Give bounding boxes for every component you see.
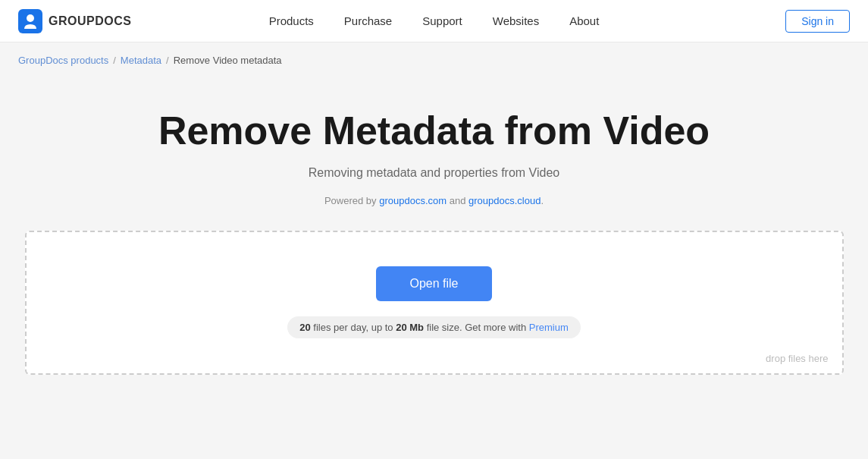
limit-count: 20 — [299, 322, 310, 333]
main-nav: Products Purchase Support Websites About — [269, 14, 600, 27]
file-limit-badge: 20 files per day, up to 20 Mb file size.… — [287, 316, 581, 338]
limit-text2: file size. Get more with — [424, 322, 529, 333]
groupdocs-logo-icon — [18, 9, 42, 33]
breadcrumb-item-products[interactable]: GroupDocs products — [18, 55, 108, 66]
nav-about[interactable]: About — [569, 14, 599, 27]
powered-and: and — [447, 195, 468, 206]
page-subtitle: Removing metadata and properties from Vi… — [309, 166, 559, 180]
limit-size: 20 Mb — [396, 322, 424, 333]
breadcrumb-item-metadata[interactable]: Metadata — [121, 55, 161, 66]
drop-zone[interactable]: Open file 20 files per day, up to 20 Mb … — [25, 231, 844, 375]
svg-point-1 — [27, 14, 34, 22]
nav-support[interactable]: Support — [422, 14, 462, 27]
breadcrumb-separator-2: / — [166, 55, 169, 66]
logo[interactable]: GROUPDOCS — [18, 9, 131, 33]
breadcrumb-current: Remove Video metadata — [174, 55, 282, 66]
signin-button[interactable]: Sign in — [785, 10, 850, 33]
page-title: Remove Metadata from Video — [158, 108, 710, 154]
powered-by-text: Powered by groupdocs.com and groupdocs.c… — [324, 195, 544, 206]
premium-link[interactable]: Premium — [529, 322, 569, 333]
logo-text: GROUPDOCS — [49, 14, 131, 28]
main-content: Remove Metadata from Video Removing meta… — [0, 78, 868, 375]
limit-text1: files per day, up to — [311, 322, 396, 333]
powered-prefix: Powered by — [324, 195, 379, 206]
groupdocs-cloud-link[interactable]: groupdocs.cloud — [468, 195, 541, 206]
open-file-button[interactable]: Open file — [376, 266, 491, 301]
breadcrumb: GroupDocs products / Metadata / Remove V… — [0, 42, 868, 78]
nav-websites[interactable]: Websites — [493, 14, 539, 27]
breadcrumb-separator-1: / — [113, 55, 116, 66]
drop-hint: drop files here — [766, 353, 828, 364]
powered-suffix: . — [541, 195, 544, 206]
header: GROUPDOCS Products Purchase Support Webs… — [0, 0, 868, 42]
nav-purchase[interactable]: Purchase — [344, 14, 392, 27]
nav-products[interactable]: Products — [269, 14, 314, 27]
groupdocs-com-link[interactable]: groupdocs.com — [379, 195, 447, 206]
